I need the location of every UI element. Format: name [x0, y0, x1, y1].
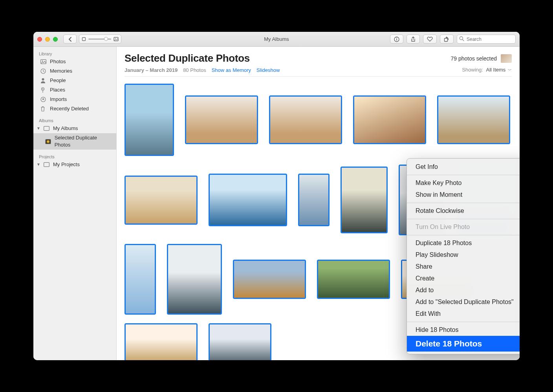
sidebar-item-label: Photos [50, 58, 66, 65]
context-menu-item-label: Duplicate 18 Photos [416, 240, 472, 247]
window-controls [37, 37, 58, 42]
chevron-left-icon [68, 37, 72, 42]
photo-thumb[interactable] [167, 244, 222, 315]
context-menu-item[interactable]: Create▶ [407, 273, 520, 284]
svg-point-10 [42, 60, 43, 61]
sidebar-header-projects: Projects [33, 153, 116, 160]
context-menu-separator [407, 322, 520, 322]
photo-image [438, 97, 509, 143]
sidebar-item-my-projects[interactable]: ▼ My Projects [33, 160, 116, 169]
showing-filter[interactable]: Showing: All Items ﹀ [462, 67, 512, 73]
context-menu-item-label: Play Slideshow [416, 251, 458, 258]
info-button[interactable] [390, 35, 403, 44]
showing-label: Showing: [462, 67, 483, 73]
photo-image [354, 97, 425, 143]
pin-icon [40, 87, 47, 93]
photo-image [210, 324, 270, 360]
context-menu-item[interactable]: Hide 18 Photos [407, 324, 520, 336]
sidebar-item-imports[interactable]: Imports [33, 95, 116, 104]
photo-thumb[interactable] [125, 323, 198, 360]
svg-rect-17 [44, 126, 49, 131]
sidebar-item-my-albums[interactable]: ▼ My Albums [33, 124, 116, 133]
rotate-button[interactable] [440, 35, 454, 44]
photo-thumb[interactable] [341, 167, 388, 233]
photo-thumb[interactable] [185, 95, 258, 144]
selection-count-label: 79 photos selected [450, 55, 497, 62]
context-menu-item[interactable]: Add to "Selected Duplicate Photos" [407, 296, 520, 308]
context-menu-item[interactable]: Play Slideshow [407, 249, 520, 261]
context-menu-item-label: Add to [416, 287, 434, 294]
sidebar-item-label: Places [50, 86, 65, 93]
search-field[interactable] [457, 35, 516, 44]
favorite-button[interactable] [423, 35, 437, 44]
context-menu-item[interactable]: Get Info [407, 161, 520, 173]
photo-image [342, 168, 386, 232]
zoom-large-icon [114, 37, 119, 41]
sidebar-item-recently-deleted[interactable]: Recently Deleted [33, 104, 116, 114]
album-icon [44, 126, 50, 131]
photo-image [126, 324, 196, 360]
sidebar-item-people[interactable]: People [33, 76, 116, 85]
zoom-button[interactable] [53, 37, 58, 42]
main: Selected Duplicate Photos 79 photos sele… [117, 47, 520, 360]
context-menu-item-label: Add to "Selected Duplicate Photos" [416, 299, 514, 306]
app-window: My Albums Library [33, 32, 520, 360]
photo-thumb[interactable] [209, 323, 271, 360]
chevron-down-icon: ▼ [37, 161, 40, 168]
context-menu-item[interactable]: Edit With▶ [407, 308, 520, 320]
photo-thumb[interactable] [317, 260, 390, 299]
divider [125, 76, 512, 77]
search-input[interactable] [457, 35, 516, 44]
sidebar-header-library: Library [33, 50, 116, 57]
sidebar-item-places[interactable]: Places [33, 85, 116, 95]
context-menu-item-label: Create [416, 275, 434, 282]
context-menu-item[interactable]: Show in Moment [407, 189, 520, 201]
photo-thumb[interactable] [437, 95, 510, 144]
sidebar-item-label: My Albums [53, 125, 78, 132]
context-menu-item[interactable]: Rotate Clockwise [407, 205, 520, 217]
photo-thumb[interactable] [125, 176, 198, 225]
svg-point-12 [42, 78, 44, 81]
svg-rect-6 [445, 38, 448, 41]
photo-count: 80 Photos [183, 67, 206, 73]
zoom-knob[interactable] [104, 37, 108, 41]
svg-rect-20 [44, 163, 49, 167]
selection-summary: 79 photos selected [450, 54, 512, 63]
photo-thumb[interactable] [269, 95, 342, 144]
context-menu-item: Turn On Live Photo [407, 221, 520, 233]
svg-rect-0 [82, 38, 86, 41]
photo-image [234, 261, 305, 298]
sidebar-item-label: Imports [50, 96, 67, 103]
context-menu-item-label: Rotate Clockwise [416, 207, 464, 214]
zoom-track[interactable] [88, 38, 111, 40]
context-menu-item[interactable]: Duplicate 18 Photos [407, 237, 520, 249]
back-button[interactable] [63, 35, 77, 44]
slideshow-link[interactable]: Slideshow [256, 67, 280, 73]
sidebar-item-memories[interactable]: Memories [33, 66, 116, 76]
svg-point-5 [396, 38, 397, 38]
sidebar-item-label: Selected Duplicate Photos [55, 134, 113, 148]
minimize-button[interactable] [45, 37, 50, 42]
photo-thumb[interactable] [353, 95, 426, 144]
show-as-memory-link[interactable]: Show as Memory [212, 67, 251, 73]
context-menu-item[interactable]: Make Key Photo [407, 177, 520, 189]
toolbar-right [390, 35, 516, 44]
close-button[interactable] [37, 37, 42, 42]
thumbnail-zoom-slider[interactable] [79, 35, 121, 44]
context-menu-separator [407, 203, 520, 203]
photo-thumb[interactable] [125, 84, 174, 156]
photo-thumb[interactable] [209, 174, 287, 226]
sidebar-item-photos[interactable]: Photos [33, 57, 116, 66]
photo-thumb[interactable] [125, 244, 156, 315]
album-icon [44, 162, 50, 167]
main-header: Selected Duplicate Photos 79 photos sele… [117, 47, 520, 80]
share-button[interactable] [407, 35, 420, 44]
context-menu-item[interactable]: Add to▶ [407, 284, 520, 296]
photo-thumb[interactable] [298, 174, 330, 226]
sidebar-item-selected-duplicate-photos[interactable]: Selected Duplicate Photos [33, 133, 116, 150]
context-menu-item[interactable]: Share▶ [407, 261, 520, 273]
svg-point-19 [47, 140, 49, 143]
context-menu-item[interactable]: Delete 18 Photos [407, 336, 520, 352]
photo-thumb[interactable] [233, 260, 306, 299]
smart-album-icon [45, 139, 51, 144]
